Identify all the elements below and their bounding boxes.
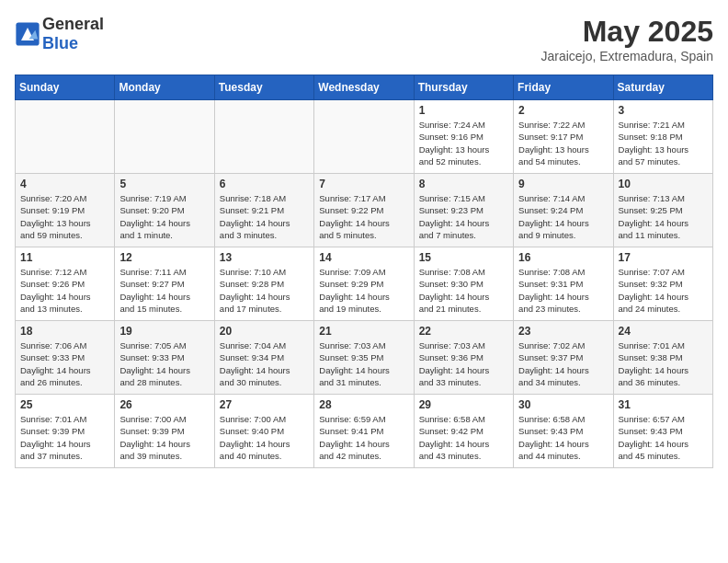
day-info: Sunrise: 7:11 AM Sunset: 9:27 PM Dayligh… — [119, 266, 209, 315]
calendar-table: SundayMondayTuesdayWednesdayThursdayFrid… — [15, 75, 713, 468]
calendar-cell: 2Sunrise: 7:22 AM Sunset: 9:17 PM Daylig… — [514, 100, 613, 174]
calendar-cell: 22Sunrise: 7:03 AM Sunset: 9:36 PM Dayli… — [414, 321, 513, 395]
calendar-cell: 26Sunrise: 7:00 AM Sunset: 9:39 PM Dayli… — [115, 395, 214, 468]
day-number: 13 — [220, 251, 309, 264]
weekday-header: Thursday — [414, 75, 513, 100]
calendar-cell: 12Sunrise: 7:11 AM Sunset: 9:27 PM Dayli… — [115, 247, 214, 321]
logo-general: General — [42, 15, 104, 33]
day-number: 28 — [319, 398, 408, 411]
calendar-cell: 6Sunrise: 7:18 AM Sunset: 9:21 PM Daylig… — [214, 174, 313, 247]
calendar-cell: 24Sunrise: 7:01 AM Sunset: 9:38 PM Dayli… — [613, 321, 712, 395]
day-number: 4 — [20, 178, 109, 190]
calendar-cell: 4Sunrise: 7:20 AM Sunset: 9:19 PM Daylig… — [16, 174, 115, 247]
calendar-week-row: 11Sunrise: 7:12 AM Sunset: 9:26 PM Dayli… — [16, 247, 713, 321]
day-info: Sunrise: 7:17 AM Sunset: 9:22 PM Dayligh… — [319, 192, 408, 241]
calendar-cell: 25Sunrise: 7:01 AM Sunset: 9:39 PM Dayli… — [16, 395, 115, 468]
calendar-cell: 5Sunrise: 7:19 AM Sunset: 9:20 PM Daylig… — [115, 174, 214, 247]
day-info: Sunrise: 7:08 AM Sunset: 9:30 PM Dayligh… — [419, 266, 508, 315]
day-info: Sunrise: 7:01 AM Sunset: 9:39 PM Dayligh… — [20, 413, 109, 462]
weekday-header: Tuesday — [214, 75, 313, 100]
day-number: 8 — [419, 178, 508, 190]
calendar-cell: 9Sunrise: 7:14 AM Sunset: 9:24 PM Daylig… — [514, 174, 613, 247]
day-info: Sunrise: 6:57 AM Sunset: 9:43 PM Dayligh… — [619, 413, 708, 462]
day-info: Sunrise: 7:02 AM Sunset: 9:37 PM Dayligh… — [518, 339, 608, 388]
calendar-cell — [115, 100, 214, 174]
location: Jaraicejo, Extremadura, Spain — [540, 49, 713, 63]
day-number: 16 — [518, 251, 608, 264]
calendar-cell: 30Sunrise: 6:58 AM Sunset: 9:43 PM Dayli… — [514, 395, 613, 468]
day-info: Sunrise: 7:00 AM Sunset: 9:39 PM Dayligh… — [119, 413, 209, 462]
day-info: Sunrise: 7:05 AM Sunset: 9:33 PM Dayligh… — [119, 339, 209, 388]
day-number: 14 — [319, 251, 408, 264]
calendar-week-row: 1Sunrise: 7:24 AM Sunset: 9:16 PM Daylig… — [16, 100, 713, 174]
weekday-header: Monday — [115, 75, 214, 100]
day-number: 19 — [119, 325, 209, 338]
day-number: 6 — [220, 178, 309, 190]
title-block: May 2025 Jaraicejo, Extremadura, Spain — [540, 15, 713, 63]
calendar-cell — [16, 100, 115, 174]
weekday-header: Wednesday — [314, 75, 414, 100]
calendar-cell: 29Sunrise: 6:58 AM Sunset: 9:42 PM Dayli… — [414, 395, 513, 468]
day-number: 7 — [319, 178, 408, 190]
calendar-cell — [214, 100, 313, 174]
day-info: Sunrise: 7:19 AM Sunset: 9:20 PM Dayligh… — [119, 192, 209, 241]
calendar-cell: 14Sunrise: 7:09 AM Sunset: 9:29 PM Dayli… — [314, 247, 414, 321]
calendar-cell: 17Sunrise: 7:07 AM Sunset: 9:32 PM Dayli… — [613, 247, 712, 321]
day-info: Sunrise: 7:12 AM Sunset: 9:26 PM Dayligh… — [20, 266, 109, 315]
day-info: Sunrise: 7:08 AM Sunset: 9:31 PM Dayligh… — [518, 266, 608, 315]
calendar-cell: 21Sunrise: 7:03 AM Sunset: 9:35 PM Dayli… — [314, 321, 414, 395]
calendar-cell: 13Sunrise: 7:10 AM Sunset: 9:28 PM Dayli… — [214, 247, 313, 321]
logo: General Blue — [15, 15, 104, 53]
day-number: 9 — [518, 178, 608, 190]
calendar-cell: 15Sunrise: 7:08 AM Sunset: 9:30 PM Dayli… — [414, 247, 513, 321]
day-info: Sunrise: 7:04 AM Sunset: 9:34 PM Dayligh… — [220, 339, 309, 388]
calendar-cell: 18Sunrise: 7:06 AM Sunset: 9:33 PM Dayli… — [16, 321, 115, 395]
calendar-cell: 27Sunrise: 7:00 AM Sunset: 9:40 PM Dayli… — [214, 395, 313, 468]
day-info: Sunrise: 7:03 AM Sunset: 9:35 PM Dayligh… — [319, 339, 408, 388]
day-number: 22 — [419, 325, 508, 338]
day-number: 5 — [119, 178, 209, 190]
calendar-cell: 10Sunrise: 7:13 AM Sunset: 9:25 PM Dayli… — [613, 174, 712, 247]
day-number: 3 — [619, 104, 708, 117]
day-number: 23 — [518, 325, 608, 338]
weekday-header: Saturday — [613, 75, 712, 100]
page-header: General Blue May 2025 Jaraicejo, Extrema… — [15, 15, 713, 63]
day-info: Sunrise: 7:13 AM Sunset: 9:25 PM Dayligh… — [619, 192, 708, 241]
day-number: 15 — [419, 251, 508, 264]
day-number: 24 — [619, 325, 708, 338]
calendar-week-row: 25Sunrise: 7:01 AM Sunset: 9:39 PM Dayli… — [16, 395, 713, 468]
calendar-cell: 16Sunrise: 7:08 AM Sunset: 9:31 PM Dayli… — [514, 247, 613, 321]
calendar-cell: 23Sunrise: 7:02 AM Sunset: 9:37 PM Dayli… — [514, 321, 613, 395]
weekday-row: SundayMondayTuesdayWednesdayThursdayFrid… — [16, 75, 713, 100]
day-number: 25 — [20, 398, 109, 411]
calendar-week-row: 18Sunrise: 7:06 AM Sunset: 9:33 PM Dayli… — [16, 321, 713, 395]
day-info: Sunrise: 7:10 AM Sunset: 9:28 PM Dayligh… — [220, 266, 309, 315]
logo-blue: Blue — [42, 34, 78, 52]
calendar-cell — [314, 100, 414, 174]
day-info: Sunrise: 7:20 AM Sunset: 9:19 PM Dayligh… — [20, 192, 109, 241]
day-info: Sunrise: 7:15 AM Sunset: 9:23 PM Dayligh… — [419, 192, 508, 241]
day-info: Sunrise: 7:22 AM Sunset: 9:17 PM Dayligh… — [518, 119, 608, 167]
calendar-week-row: 4Sunrise: 7:20 AM Sunset: 9:19 PM Daylig… — [16, 174, 713, 247]
day-info: Sunrise: 7:24 AM Sunset: 9:16 PM Dayligh… — [419, 119, 508, 167]
day-info: Sunrise: 7:09 AM Sunset: 9:29 PM Dayligh… — [319, 266, 408, 315]
calendar-header: SundayMondayTuesdayWednesdayThursdayFrid… — [16, 75, 713, 100]
day-number: 11 — [20, 251, 109, 264]
calendar-cell: 28Sunrise: 6:59 AM Sunset: 9:41 PM Dayli… — [314, 395, 414, 468]
day-info: Sunrise: 7:00 AM Sunset: 9:40 PM Dayligh… — [220, 413, 309, 462]
calendar-cell: 8Sunrise: 7:15 AM Sunset: 9:23 PM Daylig… — [414, 174, 513, 247]
calendar-cell: 11Sunrise: 7:12 AM Sunset: 9:26 PM Dayli… — [16, 247, 115, 321]
calendar-cell: 3Sunrise: 7:21 AM Sunset: 9:18 PM Daylig… — [613, 100, 712, 174]
day-number: 29 — [419, 398, 508, 411]
calendar-cell: 19Sunrise: 7:05 AM Sunset: 9:33 PM Dayli… — [115, 321, 214, 395]
day-number: 17 — [619, 251, 708, 264]
day-info: Sunrise: 6:59 AM Sunset: 9:41 PM Dayligh… — [319, 413, 408, 462]
day-number: 31 — [619, 398, 708, 411]
day-info: Sunrise: 6:58 AM Sunset: 9:43 PM Dayligh… — [518, 413, 608, 462]
day-info: Sunrise: 7:14 AM Sunset: 9:24 PM Dayligh… — [518, 192, 608, 241]
day-number: 27 — [220, 398, 309, 411]
calendar-cell: 20Sunrise: 7:04 AM Sunset: 9:34 PM Dayli… — [214, 321, 313, 395]
weekday-header: Friday — [514, 75, 613, 100]
day-info: Sunrise: 7:18 AM Sunset: 9:21 PM Dayligh… — [220, 192, 309, 241]
calendar-cell: 1Sunrise: 7:24 AM Sunset: 9:16 PM Daylig… — [414, 100, 513, 174]
